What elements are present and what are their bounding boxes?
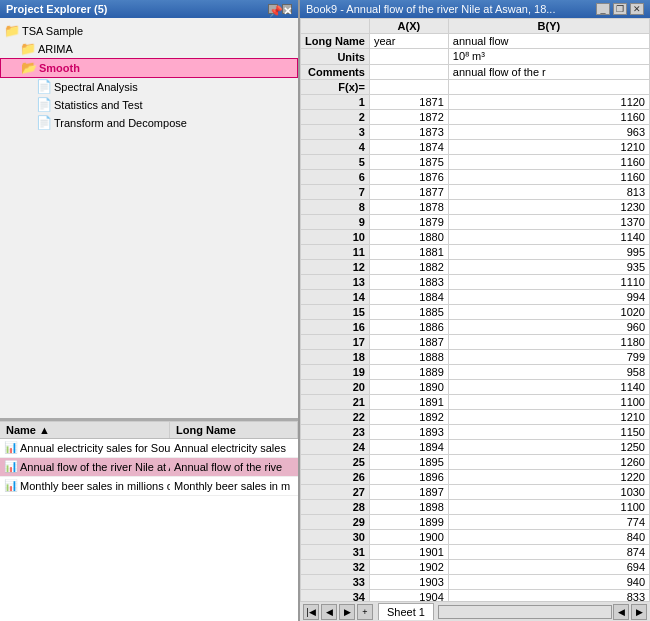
first-sheet-button[interactable]: |◀ bbox=[303, 604, 319, 620]
cell-a[interactable]: 1877 bbox=[369, 185, 448, 200]
cell-b[interactable]: 1180 bbox=[448, 335, 649, 350]
cell-b[interactable]: 1210 bbox=[448, 410, 649, 425]
cell-a[interactable]: 1888 bbox=[369, 350, 448, 365]
cell-b[interactable]: 1100 bbox=[448, 395, 649, 410]
table-row: 141884994 bbox=[301, 290, 650, 305]
horizontal-scrollbar[interactable] bbox=[438, 605, 612, 619]
cell-a[interactable]: 1885 bbox=[369, 305, 448, 320]
cell-b[interactable]: 694 bbox=[448, 560, 649, 575]
cell-b[interactable]: 1120 bbox=[448, 95, 649, 110]
cell-b[interactable]: 1230 bbox=[448, 200, 649, 215]
list-item[interactable]: 📊Monthly beer sales in millions of b...M… bbox=[0, 477, 298, 496]
scroll-left-button[interactable]: ◀ bbox=[613, 604, 629, 620]
col-a-header[interactable]: A(X) bbox=[369, 19, 448, 34]
cell-b[interactable]: 1370 bbox=[448, 215, 649, 230]
table-wrapper[interactable]: A(X) B(Y) Long Nameyearannual flowUnits1… bbox=[300, 18, 650, 601]
cell-b[interactable]: 1260 bbox=[448, 455, 649, 470]
cell-b[interactable]: 840 bbox=[448, 530, 649, 545]
minimize-button[interactable]: _ bbox=[596, 3, 610, 15]
cell-a[interactable]: 1881 bbox=[369, 245, 448, 260]
cell-b[interactable]: 994 bbox=[448, 290, 649, 305]
cell-a[interactable]: 1894 bbox=[369, 440, 448, 455]
cell-b[interactable]: 774 bbox=[448, 515, 649, 530]
cell-b[interactable]: 1220 bbox=[448, 470, 649, 485]
cell-a[interactable]: 1880 bbox=[369, 230, 448, 245]
cell-a[interactable]: 1897 bbox=[369, 485, 448, 500]
sheet-tab[interactable]: Sheet 1 bbox=[378, 603, 434, 620]
add-sheet-button[interactable]: + bbox=[357, 604, 373, 620]
row-number: 26 bbox=[301, 470, 370, 485]
restore-button[interactable]: ❐ bbox=[613, 3, 627, 15]
cell-b[interactable]: 833 bbox=[448, 590, 649, 602]
cell-b[interactable]: 874 bbox=[448, 545, 649, 560]
tree-item-arima[interactable]: 📁ARIMA bbox=[0, 40, 298, 58]
cell-b[interactable]: 963 bbox=[448, 125, 649, 140]
cell-b[interactable]: 1160 bbox=[448, 110, 649, 125]
next-sheet-button[interactable]: ▶ bbox=[339, 604, 355, 620]
cell-b[interactable]: 1160 bbox=[448, 170, 649, 185]
cell-a[interactable]: 1902 bbox=[369, 560, 448, 575]
tree-item-statistics[interactable]: 📄Statistics and Test bbox=[0, 96, 298, 114]
tree-item-spectral[interactable]: 📄Spectral Analysis bbox=[0, 78, 298, 96]
table-row: 2818981100 bbox=[301, 500, 650, 515]
prev-sheet-button[interactable]: ◀ bbox=[321, 604, 337, 620]
tree-item-transform[interactable]: 📄Transform and Decompose bbox=[0, 114, 298, 132]
cell-a[interactable]: 1879 bbox=[369, 215, 448, 230]
cell-a[interactable]: 1899 bbox=[369, 515, 448, 530]
cell-a[interactable]: 1889 bbox=[369, 365, 448, 380]
cell-b[interactable]: 1160 bbox=[448, 155, 649, 170]
cell-a[interactable]: 1871 bbox=[369, 95, 448, 110]
cell-a[interactable]: 1904 bbox=[369, 590, 448, 602]
pe-close-button[interactable]: ✕ bbox=[282, 4, 292, 14]
list-item[interactable]: 📊Annual electricity sales for South A...… bbox=[0, 439, 298, 458]
cell-a[interactable]: 1875 bbox=[369, 155, 448, 170]
cell-a[interactable]: 1891 bbox=[369, 395, 448, 410]
meta-a bbox=[369, 49, 448, 65]
cell-a[interactable]: 1887 bbox=[369, 335, 448, 350]
cell-a[interactable]: 1886 bbox=[369, 320, 448, 335]
cell-b[interactable]: 1210 bbox=[448, 140, 649, 155]
cell-b[interactable]: 1110 bbox=[448, 275, 649, 290]
tree-item-tsa-sample[interactable]: 📁TSA Sample bbox=[0, 22, 298, 40]
cell-b[interactable]: 935 bbox=[448, 260, 649, 275]
cell-b[interactable]: 813 bbox=[448, 185, 649, 200]
cell-b[interactable]: 1030 bbox=[448, 485, 649, 500]
dataset-longname: Annual flow of the rive bbox=[170, 459, 298, 475]
cell-b[interactable]: 1100 bbox=[448, 500, 649, 515]
cell-a[interactable]: 1876 bbox=[369, 170, 448, 185]
cell-a[interactable]: 1873 bbox=[369, 125, 448, 140]
cell-b[interactable]: 799 bbox=[448, 350, 649, 365]
cell-b[interactable]: 960 bbox=[448, 320, 649, 335]
cell-a[interactable]: 1901 bbox=[369, 545, 448, 560]
cell-b[interactable]: 995 bbox=[448, 245, 649, 260]
row-number: 15 bbox=[301, 305, 370, 320]
col-b-header[interactable]: B(Y) bbox=[448, 19, 649, 34]
cell-a[interactable]: 1883 bbox=[369, 275, 448, 290]
cell-a[interactable]: 1903 bbox=[369, 575, 448, 590]
tree-item-smooth[interactable]: 📂Smooth bbox=[0, 58, 298, 78]
cell-b[interactable]: 1140 bbox=[448, 230, 649, 245]
cell-a[interactable]: 1900 bbox=[369, 530, 448, 545]
pe-pin-button[interactable]: 📌 bbox=[268, 4, 278, 14]
cell-a[interactable]: 1898 bbox=[369, 500, 448, 515]
cell-b[interactable]: 940 bbox=[448, 575, 649, 590]
cell-a[interactable]: 1872 bbox=[369, 110, 448, 125]
cell-b[interactable]: 1140 bbox=[448, 380, 649, 395]
scroll-right-button[interactable]: ▶ bbox=[631, 604, 647, 620]
close-button[interactable]: ✕ bbox=[630, 3, 644, 15]
cell-a[interactable]: 1884 bbox=[369, 290, 448, 305]
cell-b[interactable]: 1020 bbox=[448, 305, 649, 320]
cell-a[interactable]: 1878 bbox=[369, 200, 448, 215]
list-item[interactable]: 📊Annual flow of the river Nile at A...An… bbox=[0, 458, 298, 477]
cell-a[interactable]: 1890 bbox=[369, 380, 448, 395]
cell-a[interactable]: 1882 bbox=[369, 260, 448, 275]
cell-a[interactable]: 1892 bbox=[369, 410, 448, 425]
cell-a[interactable]: 1895 bbox=[369, 455, 448, 470]
cell-b[interactable]: 958 bbox=[448, 365, 649, 380]
cell-a[interactable]: 1896 bbox=[369, 470, 448, 485]
cell-a[interactable]: 1893 bbox=[369, 425, 448, 440]
cell-b[interactable]: 1150 bbox=[448, 425, 649, 440]
row-number: 11 bbox=[301, 245, 370, 260]
cell-b[interactable]: 1250 bbox=[448, 440, 649, 455]
cell-a[interactable]: 1874 bbox=[369, 140, 448, 155]
